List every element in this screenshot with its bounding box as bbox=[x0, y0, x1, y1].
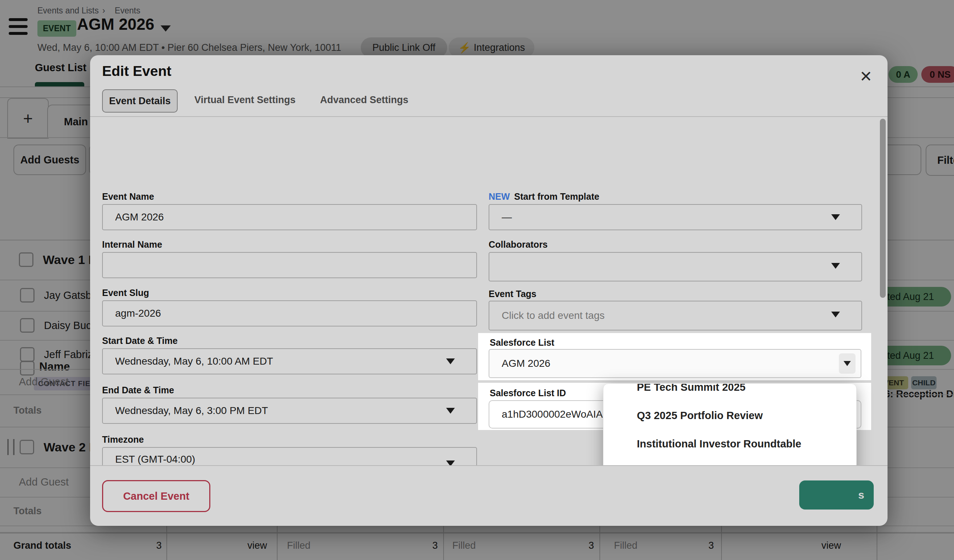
salesforce-list-label: Salesforce List bbox=[490, 338, 554, 348]
chevron-down-icon bbox=[843, 361, 851, 366]
select-caret-button[interactable] bbox=[839, 353, 856, 374]
app-screen: Events and Lists› Events EVENT AGM 2026 … bbox=[0, 0, 954, 560]
salesforce-list-id-label: Salesforce List ID bbox=[490, 388, 566, 398]
dropdown-backdrop bbox=[0, 0, 954, 560]
salesforce-list-group: Salesforce List AGM 2026 bbox=[478, 333, 871, 380]
salesforce-list-dropdown-menu: PE Tech Summit 2025 Q3 2025 Portfolio Re… bbox=[603, 384, 857, 465]
dropdown-option[interactable]: Q3 2025 Portfolio Review bbox=[603, 401, 856, 429]
salesforce-list-select[interactable]: AGM 2026 bbox=[489, 349, 861, 378]
dropdown-option[interactable]: PE Tech Summit 2025 bbox=[603, 384, 856, 401]
dropdown-option[interactable]: Private Equity International Awards bbox=[603, 458, 856, 465]
dropdown-option[interactable]: Institutional Investor Roundtable bbox=[603, 429, 856, 458]
